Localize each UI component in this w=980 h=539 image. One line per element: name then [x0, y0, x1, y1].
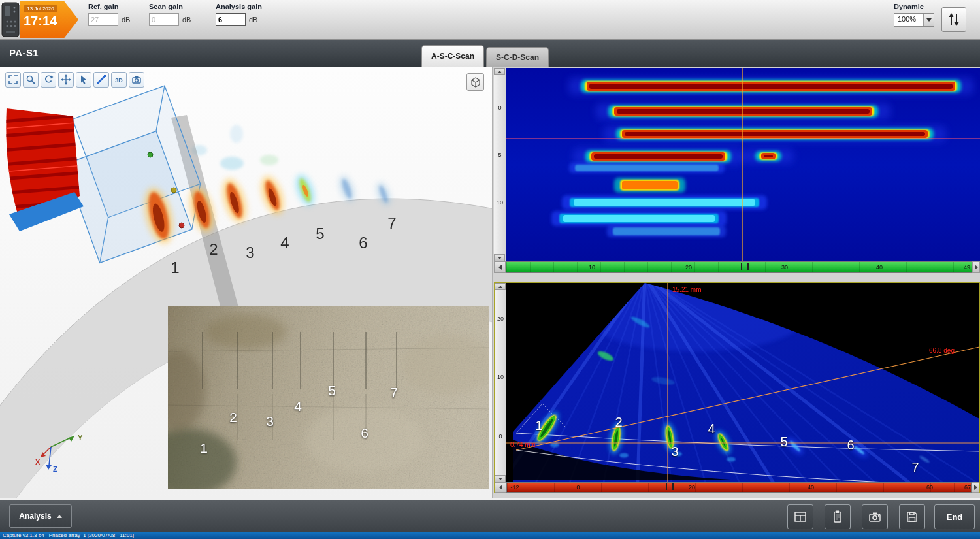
scan-gain-unit: dB	[182, 16, 191, 24]
ref-gain-label: Ref. gain	[88, 3, 130, 10]
tab-scd-scan[interactable]: S-C-D-Scan	[486, 47, 549, 67]
cscan-scroll-track[interactable]: 1020304049	[506, 261, 972, 273]
pan-view-icon	[61, 74, 71, 85]
top-toolbar: 13 Jul 2020 17:14 Ref. gain dB Scan gain…	[0, 0, 980, 40]
sscan-panel: 20100	[494, 282, 980, 493]
axis-y-label: Y	[78, 434, 83, 442]
end-button-label: End	[947, 512, 963, 522]
main-area: Y X Z	[0, 67, 980, 500]
sscan-scroll-label-40: 40	[808, 484, 814, 491]
sscan-ruler-down-button[interactable]	[495, 475, 506, 482]
specimen-photo	[168, 306, 489, 489]
sscan-scroll-track[interactable]: -12020406067	[506, 482, 972, 493]
end-button[interactable]: End	[934, 504, 975, 529]
sscan-image[interactable]	[506, 283, 979, 482]
instrument-icon[interactable]	[1, 2, 20, 37]
pick-cursor-icon	[78, 74, 89, 85]
sscan-scroll-handle[interactable]	[666, 483, 674, 490]
beam-fan	[3, 108, 84, 231]
report-button[interactable]	[787, 504, 813, 529]
analysis-gain-input[interactable]	[216, 13, 246, 26]
cscan-ruler-label-5: 5	[498, 152, 501, 158]
cube-orientation-icon	[470, 76, 482, 88]
status-text: Capture v3.1.3 b4 - Phased-array_1 [2020…	[3, 532, 134, 538]
dynamic-value: 100%	[894, 14, 923, 26]
cscan-scroll-label-10: 10	[589, 264, 595, 270]
sscan-scroll-label-0: 0	[576, 484, 580, 491]
analysis-gain-group: Analysis gain dB	[216, 3, 262, 26]
cscan-ruler-down-button[interactable]	[494, 254, 505, 261]
capture-application-window: 13 Jul 2020 17:14 Ref. gain dB Scan gain…	[0, 0, 980, 539]
rotate-view-button[interactable]	[41, 72, 56, 88]
ref-gain-unit: dB	[122, 16, 130, 24]
pick-cursor-button[interactable]	[76, 72, 91, 88]
cscan-ruler-label-10: 10	[497, 199, 503, 206]
3d-mode-button[interactable]: 3D	[111, 72, 127, 88]
notes-button[interactable]	[825, 504, 851, 529]
sscan-ruler-label-10: 10	[497, 374, 504, 380]
cube-orientation-button[interactable]	[466, 73, 484, 91]
dynamic-combobox[interactable]: 100%	[894, 13, 934, 27]
measure-button[interactable]	[93, 72, 109, 88]
sscan-ruler-label-0: 0	[498, 433, 502, 440]
sscan-scroll-right-button[interactable]	[972, 482, 979, 493]
cscan-scroll-right-button[interactable]	[972, 261, 980, 273]
scan-gain-group: Scan gain dB	[149, 3, 191, 26]
cscan-panel: 0510 10203040	[494, 68, 980, 273]
dynamic-sort-button[interactable]	[941, 7, 966, 32]
cscan-scroll-labels: 1020304049	[506, 262, 972, 272]
rotate-view-icon	[43, 74, 54, 85]
report-layout-icon	[793, 510, 808, 524]
analysis-gain-label: Analysis gain	[216, 3, 262, 10]
cscan-ruler-up-button[interactable]	[494, 68, 505, 75]
ref-gain-input[interactable]	[88, 13, 118, 26]
title-bar: PA-S1 A-S-C-Scan S-C-D-Scan	[0, 40, 980, 67]
snapshot-view-button[interactable]	[129, 72, 144, 88]
clipboard-icon	[830, 510, 845, 524]
dynamic-group: Dynamic 100%	[894, 3, 934, 27]
tab-asc-scan[interactable]: A-S-C-Scan	[421, 45, 484, 67]
tab-scd-scan-label: S-C-D-Scan	[496, 53, 539, 62]
sort-arrows-icon	[947, 12, 961, 27]
bottom-toolbar: Analysis End	[0, 498, 980, 532]
cscan-ruler-label-0: 0	[498, 105, 501, 111]
scan-gain-label: Scan gain	[149, 3, 191, 10]
zoom-icon	[25, 74, 36, 85]
cscan-ruler: 0510	[494, 68, 506, 261]
measure-icon	[96, 74, 106, 85]
sscan-scroll-left-button[interactable]	[495, 482, 506, 493]
analysis-menu-button[interactable]: Analysis	[9, 504, 72, 528]
analysis-menu-label: Analysis	[19, 512, 51, 521]
cscan-scroll-handle[interactable]	[741, 263, 749, 270]
fit-view-icon	[8, 74, 18, 85]
axis-x-label: X	[35, 458, 41, 466]
screenshot-button[interactable]	[862, 504, 888, 529]
view3d-panel[interactable]: Y X Z	[0, 67, 493, 498]
sscan-ruler-up-button[interactable]	[495, 283, 506, 290]
cscan-scroll-left-button[interactable]	[494, 261, 506, 273]
cscan-image[interactable]	[506, 68, 980, 261]
zoom-button[interactable]	[23, 72, 39, 88]
3d-mode-icon: 3D	[114, 74, 124, 85]
cscan-scroll-label-49: 49	[964, 264, 970, 270]
snapshot-view-icon	[131, 74, 142, 85]
view-tabs: A-S-C-Scan S-C-D-Scan	[421, 45, 549, 67]
fit-view-button[interactable]	[5, 72, 21, 88]
save-button[interactable]	[899, 504, 925, 529]
axis-triad: Y X Z	[31, 425, 90, 477]
analysis-gain-unit: dB	[249, 16, 257, 24]
tab-asc-scan-label: A-S-C-Scan	[431, 52, 474, 61]
dynamic-label: Dynamic	[894, 3, 934, 10]
axis-z-label: Z	[53, 465, 57, 473]
chevron-down-icon[interactable]	[923, 14, 934, 26]
ref-gain-group: Ref. gain dB	[88, 3, 130, 26]
current-time: 17:14	[24, 14, 78, 29]
sscan-ruler: 20100	[495, 283, 507, 482]
sscan-scroll-labels: -12020406067	[507, 483, 971, 492]
save-disk-icon	[905, 510, 919, 524]
cscan-scroll-label-20: 20	[685, 264, 692, 270]
pan-view-button[interactable]	[58, 72, 74, 88]
sscan-scrollbar: -12020406067	[495, 482, 979, 493]
scan-gain-input[interactable]	[149, 13, 179, 26]
sscan-scroll-label--12: -12	[510, 484, 519, 491]
